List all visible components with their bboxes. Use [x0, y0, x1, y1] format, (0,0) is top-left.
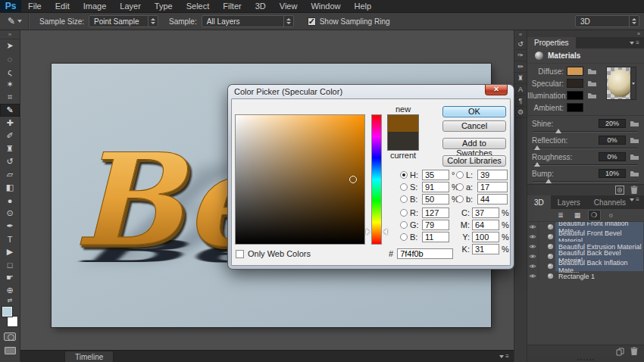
folder-icon[interactable]	[587, 80, 597, 87]
saturation-brightness-field[interactable]	[235, 114, 365, 245]
swap-colors-icon[interactable]: ⇄	[8, 297, 13, 305]
ok-button[interactable]: OK	[442, 106, 506, 117]
color-field-cursor[interactable]	[349, 176, 357, 183]
tab-properties[interactable]: Properties	[527, 37, 576, 48]
screen-mode-button[interactable]	[5, 347, 16, 354]
radio-button[interactable]	[456, 171, 464, 179]
tool-button[interactable]: □	[0, 258, 20, 271]
show-sampling-ring-checkbox[interactable]	[308, 17, 316, 26]
dock-panel-button[interactable]: ↺	[514, 39, 527, 50]
tool-button[interactable]: ◧	[0, 181, 20, 194]
slider-track[interactable]	[532, 162, 639, 168]
radio-button[interactable]	[400, 221, 408, 229]
slider-thumb[interactable]	[555, 129, 561, 133]
3d-material-row[interactable]: Beautiful Back Inflation Mate...	[527, 261, 644, 271]
visibility-eye-icon[interactable]	[527, 251, 539, 261]
cancel-button[interactable]: Cancel	[442, 120, 506, 132]
radio-button[interactable]	[456, 195, 464, 203]
menu-item[interactable]: Select	[180, 0, 217, 13]
color-swatch[interactable]	[567, 91, 583, 100]
visibility-eye-icon[interactable]	[527, 242, 539, 251]
dock-panel-button[interactable]: ⚙	[514, 107, 527, 118]
color-value-input[interactable]	[477, 194, 508, 204]
folder-icon[interactable]	[587, 92, 597, 99]
dock-panel-button[interactable]: ✏	[514, 61, 527, 73]
tool-button[interactable]: ▱	[0, 168, 20, 181]
slider-value[interactable]: 0%	[599, 136, 626, 145]
color-value-input[interactable]	[422, 208, 449, 218]
color-value-input[interactable]	[472, 232, 499, 242]
hue-slider-arrow-left[interactable]	[366, 229, 370, 235]
panel-tab[interactable]: 3D	[527, 195, 551, 209]
material-preview[interactable]	[606, 67, 636, 100]
workspace-select[interactable]: 3D	[575, 15, 639, 27]
menu-item[interactable]: Help	[348, 0, 379, 13]
hue-slider[interactable]	[371, 114, 382, 245]
menu-item[interactable]: 3D	[249, 0, 273, 13]
color-swatch[interactable]	[567, 79, 583, 88]
visibility-eye-icon[interactable]	[527, 232, 539, 242]
color-swatch[interactable]	[567, 67, 583, 76]
radio-button[interactable]	[400, 209, 408, 217]
hex-input[interactable]	[397, 248, 453, 259]
timeline-tab[interactable]: Timeline	[64, 351, 114, 362]
tool-button[interactable]: ◌	[0, 52, 20, 65]
radio-button[interactable]	[456, 183, 464, 191]
tool-button[interactable]: ✶	[0, 78, 20, 91]
3d-material-row[interactable]: Rectangle 1	[527, 271, 644, 281]
dock-panel-button[interactable]: ✑	[514, 50, 527, 61]
tool-button[interactable]: ⊙	[0, 207, 20, 220]
tool-button[interactable]: T	[0, 232, 20, 245]
new-layer-icon[interactable]	[616, 348, 624, 356]
hue-slider-arrow-right[interactable]	[383, 229, 387, 235]
slider-thumb[interactable]	[534, 162, 540, 167]
panel-collapse-button[interactable]: »	[527, 30, 644, 37]
3d-filter-button[interactable]: ❍	[589, 211, 600, 220]
menu-item[interactable]: View	[273, 0, 305, 13]
tool-button[interactable]: ➤	[0, 39, 20, 52]
tool-button[interactable]: ♜	[0, 142, 20, 155]
trash-icon[interactable]	[630, 347, 638, 356]
color-value-input[interactable]	[422, 194, 449, 204]
slider-track[interactable]	[532, 145, 639, 151]
slider-value[interactable]: 0%	[599, 152, 626, 161]
add-to-swatches-button[interactable]: Add to Swatches	[442, 138, 506, 149]
color-value-input[interactable]	[477, 170, 508, 180]
color-value-input[interactable]	[422, 182, 449, 192]
tool-button[interactable]: ✎	[0, 104, 20, 117]
slider-value[interactable]: 20%	[599, 119, 626, 128]
tool-button[interactable]: ⊕	[0, 284, 20, 297]
tool-button[interactable]: ς	[0, 65, 20, 78]
visibility-eye-icon[interactable]	[527, 222, 539, 232]
timeline-panel-menu-icon[interactable]: ≡	[495, 351, 514, 362]
radio-button[interactable]	[400, 183, 408, 191]
color-swatch[interactable]	[567, 103, 583, 112]
foreground-color-swatch[interactable]	[2, 307, 12, 317]
tool-button[interactable]: ●	[0, 194, 20, 207]
menu-item[interactable]: Window	[304, 0, 347, 13]
folder-icon[interactable]	[630, 136, 639, 144]
3d-filter-button[interactable]: ≣	[555, 211, 567, 220]
menu-item[interactable]: Edit	[48, 0, 77, 13]
color-value-input[interactable]	[472, 220, 499, 230]
visibility-eye-icon[interactable]	[527, 261, 539, 271]
tool-button[interactable]: ▶	[0, 245, 20, 258]
panel-resize-grip[interactable]	[527, 357, 644, 362]
visibility-eye-icon[interactable]	[527, 271, 539, 281]
quick-mask-button[interactable]	[4, 332, 16, 341]
dock-panel-button[interactable]: ♜	[514, 73, 527, 84]
color-value-input[interactable]	[422, 232, 449, 242]
radio-button[interactable]	[400, 171, 408, 179]
dock-panel-button[interactable]: ¶	[514, 95, 527, 107]
panel-tab[interactable]: Layers	[551, 195, 587, 209]
menu-item[interactable]: Type	[148, 0, 180, 13]
radio-button[interactable]	[400, 233, 408, 241]
dock-panel-button[interactable]: A	[514, 84, 527, 95]
folder-icon[interactable]	[587, 67, 597, 75]
slider-thumb[interactable]	[546, 179, 552, 183]
toggle-visibility-icon[interactable]	[615, 186, 624, 195]
slider-track[interactable]	[532, 129, 639, 135]
slider-thumb[interactable]	[534, 145, 540, 150]
color-value-input[interactable]	[472, 208, 499, 218]
current-tool-button[interactable]: ✎	[0, 13, 29, 30]
